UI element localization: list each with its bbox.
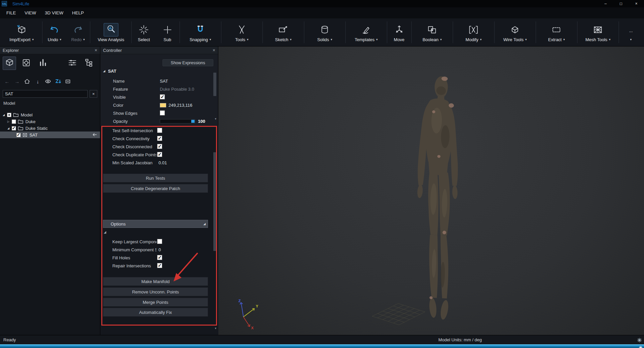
caret-down-icon: ▾ bbox=[609, 38, 611, 41]
expanded-icon[interactable]: ◢ bbox=[6, 127, 11, 130]
orientation-axes: Z Y X bbox=[233, 298, 260, 330]
color-swatch[interactable] bbox=[160, 103, 166, 107]
tree-row-model[interactable]: ◢ Model bbox=[0, 111, 100, 118]
tree-row-sat[interactable]: SAT bbox=[0, 132, 100, 138]
goto-arrow-icon[interactable] bbox=[92, 133, 97, 138]
create-degenerate-patch-button[interactable]: Create Degenerate Patch bbox=[103, 184, 208, 193]
toolbar-extract[interactable]: Extract▾ bbox=[536, 18, 577, 46]
toolbar-label: Move bbox=[394, 37, 405, 42]
toolbar-move[interactable]: Move bbox=[388, 18, 411, 46]
controller-close-icon[interactable]: × bbox=[213, 48, 215, 53]
merge-points-button[interactable]: Merge Points bbox=[103, 298, 208, 307]
toolbar-sketch[interactable]: Sketch▾ bbox=[263, 18, 304, 46]
collapsed-icon[interactable]: ▷ bbox=[6, 120, 11, 123]
explorer-close-icon[interactable]: × bbox=[95, 48, 97, 53]
tab-analysis[interactable] bbox=[36, 57, 49, 70]
option-label: Repair Intersections bbox=[112, 263, 151, 268]
menu-3d-view[interactable]: 3D VIEW bbox=[40, 10, 68, 15]
model-section-label: Model bbox=[3, 101, 15, 106]
app-window: S4L Sim4Life – □ × FILE VIEW 3D VIEW HEL… bbox=[0, 0, 644, 348]
scroll-down-icon[interactable]: ▾ bbox=[215, 117, 216, 120]
toolbar-mesh-tools[interactable]: Mesh Tools▾ bbox=[578, 18, 618, 46]
checkbox-visible[interactable] bbox=[160, 94, 165, 99]
menu-help[interactable]: HELP bbox=[68, 10, 88, 15]
maximize-button[interactable]: □ bbox=[613, 0, 629, 7]
checkbox-keep-largest-component[interactable] bbox=[157, 239, 162, 244]
toolbar-boolean[interactable]: Boolean▾ bbox=[412, 18, 452, 46]
checkbox-test-self-intersection[interactable] bbox=[157, 128, 162, 133]
eye-icon[interactable] bbox=[43, 77, 52, 85]
scroll-down-icon[interactable]: ▾ bbox=[215, 327, 216, 330]
tab-tree-view[interactable] bbox=[82, 57, 96, 70]
tab-filter-settings[interactable] bbox=[66, 57, 79, 70]
checkbox-fill-holes[interactable] bbox=[157, 255, 162, 260]
opacity-slider[interactable] bbox=[160, 119, 195, 123]
tab-simulation[interactable] bbox=[19, 57, 33, 70]
show-expressions-button[interactable]: Show Expressions bbox=[163, 59, 213, 66]
toolbar-view-analysis[interactable]: View Analysis bbox=[91, 18, 131, 46]
property-value[interactable]: SAT bbox=[160, 79, 168, 84]
close-button[interactable]: × bbox=[629, 0, 644, 7]
menu-view[interactable]: VIEW bbox=[20, 10, 41, 15]
caret-down-icon: ▾ bbox=[60, 38, 62, 41]
undo-icon bbox=[49, 23, 60, 37]
toolbar-tools[interactable]: Tools▾ bbox=[222, 18, 262, 46]
checkbox-check-disconnected[interactable] bbox=[157, 144, 162, 149]
check-label: Check Disconnected bbox=[112, 144, 152, 149]
modify-icon bbox=[468, 23, 479, 37]
tab-model-view[interactable] bbox=[3, 57, 16, 70]
expanded-icon[interactable]: ◢ bbox=[104, 230, 106, 234]
toolbar-snapping[interactable]: Snapping▾ bbox=[180, 18, 221, 46]
search-clear-icon[interactable]: × bbox=[90, 90, 97, 98]
toolbar-modify[interactable]: Modify▾ bbox=[453, 18, 494, 46]
toolbar-undo[interactable]: Undo▾ bbox=[43, 18, 66, 46]
back-arrow-icon[interactable]: ← bbox=[3, 77, 11, 85]
minimum-component-value[interactable]: 0 bbox=[158, 247, 161, 252]
checkbox-model[interactable] bbox=[7, 113, 11, 117]
min-scaled-jacobian-value[interactable]: 0.01 bbox=[158, 160, 167, 165]
extract-icon bbox=[551, 23, 562, 37]
property-name: Feature bbox=[113, 87, 128, 92]
run-tests-button[interactable]: Run Tests bbox=[103, 174, 208, 182]
toolbar-label: Solids bbox=[317, 37, 329, 42]
automatically-fix-button[interactable]: Automatically Fix bbox=[103, 308, 208, 317]
checkbox-show-edges[interactable] bbox=[160, 110, 165, 115]
toolbar-select[interactable]: Select bbox=[132, 18, 155, 46]
tree-row-duke-static[interactable]: ◢ Duke Static bbox=[0, 125, 100, 132]
remove-unconn-points-button[interactable]: Remove Unconn. Points bbox=[103, 287, 208, 296]
toolbar-redo[interactable]: Redo▾ bbox=[66, 18, 90, 46]
checkbox-check-connectivity[interactable] bbox=[157, 136, 162, 141]
tree-label: Duke bbox=[25, 119, 35, 124]
scrollbar-thumb[interactable] bbox=[213, 73, 216, 96]
search-input[interactable] bbox=[3, 90, 88, 98]
checkbox-repair-intersections[interactable] bbox=[157, 263, 162, 268]
scrollbar-thumb[interactable] bbox=[213, 152, 216, 251]
home-icon[interactable] bbox=[23, 77, 31, 85]
minimize-button[interactable]: – bbox=[598, 0, 613, 7]
collapse-all-icon[interactable] bbox=[64, 77, 72, 85]
toolbar-overflow[interactable]: ... ▾ bbox=[619, 18, 643, 46]
checkbox-check-duplicate-points[interactable] bbox=[157, 152, 162, 157]
down-arrow-icon[interactable]: ↓ bbox=[33, 77, 42, 85]
checkbox-sat[interactable] bbox=[16, 133, 21, 137]
toolbar-imp-export[interactable]: Imp/Export▾ bbox=[1, 18, 42, 46]
menu-file[interactable]: FILE bbox=[2, 10, 20, 15]
checkbox-duke[interactable] bbox=[12, 119, 16, 124]
toolbar-templates[interactable]: Templates▾ bbox=[346, 18, 387, 46]
opacity-slider-thumb[interactable] bbox=[191, 120, 195, 123]
tree-row-duke[interactable]: ▷ Duke bbox=[0, 118, 100, 125]
z-axis-label: Z bbox=[238, 299, 241, 303]
property-group-header[interactable]: ◢ SAT bbox=[103, 69, 116, 74]
checkbox-duke-static[interactable] bbox=[12, 126, 16, 130]
toolbar-wire-tools[interactable]: Wire Tools▾ bbox=[495, 18, 535, 46]
toolbar-label: View Analysis bbox=[98, 37, 124, 42]
options-header[interactable]: Options ◢ bbox=[103, 220, 208, 228]
forward-arrow-icon[interactable]: → bbox=[13, 77, 21, 85]
expanded-icon[interactable]: ◢ bbox=[1, 113, 6, 116]
z-sort-icon[interactable] bbox=[53, 77, 62, 85]
3d-viewport[interactable]: Z Y X bbox=[218, 47, 644, 335]
controller-title: Controller bbox=[103, 48, 122, 53]
toolbar-solids[interactable]: Solids▾ bbox=[305, 18, 345, 46]
make-manifold-button[interactable]: Make Manifold bbox=[103, 277, 208, 286]
toolbar-sub-select[interactable]: Sub bbox=[155, 18, 179, 46]
